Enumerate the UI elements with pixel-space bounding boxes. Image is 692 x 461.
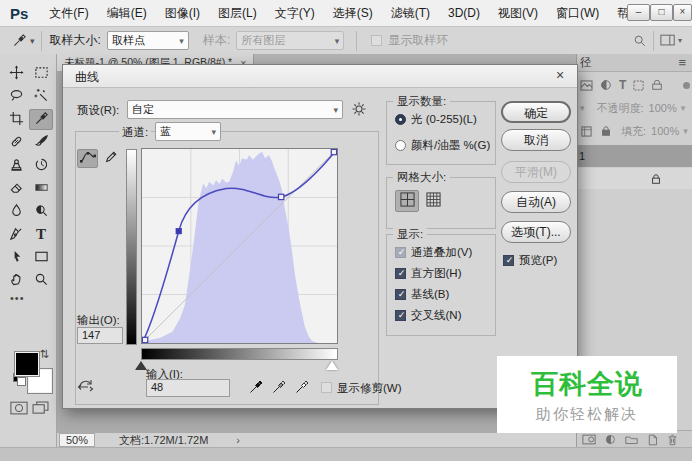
preset-dropdown[interactable]: 自定▾ <box>127 100 343 119</box>
fill-value[interactable]: 100% <box>651 125 679 137</box>
preview-checkbox[interactable] <box>503 255 514 266</box>
foreground-color-swatch[interactable] <box>15 352 39 376</box>
tool-preset-caret-icon[interactable]: ▾ <box>30 36 35 46</box>
menu-layer[interactable]: 图层(L) <box>209 1 266 26</box>
filter-shape-layers-icon[interactable] <box>633 80 644 91</box>
show-amount-light-option[interactable]: 光 (0-255)(L) <box>395 112 477 127</box>
histogram-option[interactable]: 直方图(H) <box>395 266 461 281</box>
pen-tool[interactable] <box>4 224 28 245</box>
filter-toggle-icon[interactable] <box>683 82 690 89</box>
histogram-checkbox[interactable] <box>395 268 406 279</box>
marquee-tool[interactable] <box>29 63 53 84</box>
cancel-button[interactable]: 取消 <box>501 129 571 151</box>
background-layer-row[interactable] <box>577 168 692 189</box>
channel-overlays-option: 通道叠加(V) <box>395 245 472 260</box>
baseline-checkbox[interactable] <box>395 289 406 300</box>
zoom-tool[interactable] <box>29 270 53 291</box>
hand-tool[interactable] <box>4 270 28 291</box>
sample-size-dropdown[interactable]: 取样点▾ <box>107 31 189 50</box>
clone-stamp-tool[interactable] <box>4 155 28 176</box>
white-point-eyedropper-icon[interactable] <box>293 378 311 396</box>
eyedropper-icon[interactable] <box>12 33 27 48</box>
minimize-button[interactable]: – <box>627 4 650 21</box>
draw-curve-pencil-button[interactable] <box>100 149 121 168</box>
menu-filter[interactable]: 滤镜(T) <box>382 1 439 26</box>
baseline-option[interactable]: 基线(B) <box>395 287 449 302</box>
filter-type-layers-icon[interactable]: T <box>619 78 626 92</box>
maximize-button[interactable]: □ <box>650 4 673 21</box>
menu-3d[interactable]: 3D(D) <box>439 1 489 26</box>
preset-options-gear-icon[interactable] <box>351 101 367 117</box>
search-icon[interactable] <box>633 34 647 48</box>
zoom-level-field[interactable]: 50% <box>59 433 95 447</box>
default-colors-background-swatch[interactable] <box>17 377 26 386</box>
dodge-tool[interactable] <box>29 201 53 222</box>
new-group-folder-icon[interactable] <box>625 434 638 445</box>
edit-toolbar-dots-icon[interactable]: ••• <box>10 292 25 304</box>
edit-points-mode-button[interactable] <box>77 149 98 168</box>
add-layer-mask-icon[interactable] <box>582 434 596 445</box>
options-button[interactable]: 选项(T)... <box>501 221 571 243</box>
sample-dropdown: 所有图层▾ <box>236 31 344 50</box>
simple-grid-button[interactable] <box>395 190 419 212</box>
path-selection-tool[interactable] <box>4 247 28 268</box>
show-amount-pigment-option[interactable]: 颜料/油墨 %(G) <box>395 138 490 153</box>
dialog-title-bar[interactable]: 曲线 × <box>63 65 577 88</box>
auto-button[interactable]: 自动(A) <box>501 191 571 213</box>
workspace-switcher-icon[interactable]: ▾ <box>660 34 682 47</box>
ok-button[interactable]: 确定 <box>501 101 571 123</box>
menu-type[interactable]: 文字(Y) <box>266 1 324 26</box>
opacity-row: ▾ 不透明度: 100% ▾ <box>577 98 692 118</box>
rectangle-tool[interactable] <box>29 247 53 268</box>
targeted-adjustment-icon[interactable] <box>76 378 96 396</box>
blur-tool[interactable] <box>4 201 28 222</box>
radio-pigment[interactable] <box>395 140 406 151</box>
new-adjustment-layer-icon[interactable] <box>605 434 616 445</box>
move-tool[interactable] <box>4 63 28 84</box>
filter-smart-objects-icon[interactable] <box>651 79 663 91</box>
output-field[interactable]: 147 <box>77 327 123 344</box>
brush-tool[interactable] <box>29 132 53 153</box>
menu-window[interactable]: 窗口(W) <box>547 1 608 26</box>
menu-select[interactable]: 选择(S) <box>324 1 382 26</box>
lock-transparency-icon[interactable] <box>581 126 592 137</box>
healing-brush-tool[interactable] <box>4 132 28 153</box>
status-chevron-icon[interactable]: › <box>236 434 240 446</box>
menu-image[interactable]: 图像(I) <box>156 1 209 26</box>
swap-colors-icon[interactable]: ⇄ <box>38 349 51 358</box>
highlight-input-slider[interactable] <box>326 361 338 370</box>
paths-tab-fragment[interactable]: 径 <box>580 55 591 70</box>
menu-edit[interactable]: 编辑(E) <box>98 1 156 26</box>
intersection-line-option[interactable]: 交叉线(N) <box>395 308 461 323</box>
filter-adjustment-layers-icon[interactable] <box>600 79 612 91</box>
input-field[interactable]: 48 <box>146 379 230 397</box>
gray-point-eyedropper-icon[interactable] <box>270 378 288 396</box>
history-brush-tool[interactable] <box>29 155 53 176</box>
menu-file[interactable]: 文件(F) <box>40 1 97 26</box>
curve-graph[interactable] <box>141 148 338 344</box>
filter-pixel-layers-icon[interactable] <box>580 80 593 91</box>
detailed-grid-button[interactable] <box>421 190 445 212</box>
delete-layer-trash-icon[interactable] <box>667 434 678 446</box>
lock-all-icon[interactable] <box>600 125 612 137</box>
lasso-tool[interactable] <box>4 86 28 107</box>
new-layer-icon[interactable] <box>647 434 658 446</box>
type-tool[interactable]: T <box>29 224 53 245</box>
screen-mode-icon[interactable] <box>32 401 49 415</box>
menu-view[interactable]: 视图(V) <box>489 1 547 26</box>
eyedropper-tool[interactable] <box>29 109 53 130</box>
panel-menu-icon[interactable]: ≡ <box>678 55 686 70</box>
intersection-line-checkbox[interactable] <box>395 310 406 321</box>
eraser-tool[interactable] <box>4 178 28 199</box>
black-point-eyedropper-icon[interactable] <box>247 378 265 396</box>
opacity-value[interactable]: 100% <box>649 102 677 114</box>
dialog-close-icon[interactable]: × <box>551 67 569 83</box>
channel-dropdown[interactable]: 蓝▾ <box>155 122 221 141</box>
crop-tool[interactable] <box>4 109 28 130</box>
close-window-button[interactable]: × <box>673 4 692 21</box>
magic-wand-tool[interactable] <box>29 86 53 107</box>
radio-light[interactable] <box>395 114 406 125</box>
layer-row-selected[interactable]: 1 <box>577 145 692 167</box>
gradient-tool[interactable] <box>29 178 53 199</box>
preview-option[interactable]: 预览(P) <box>503 253 557 268</box>
